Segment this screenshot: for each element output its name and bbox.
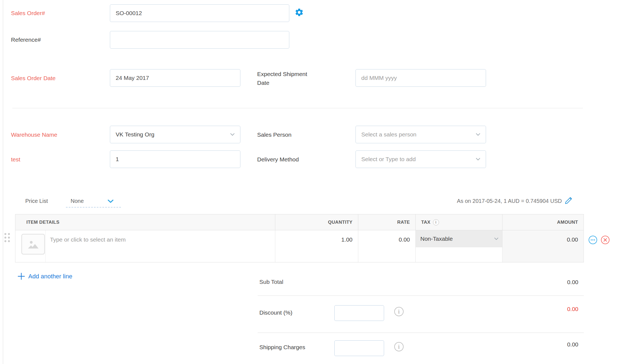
header-tax: TAX i	[416, 214, 502, 230]
row-more-options-icon[interactable]	[588, 235, 598, 245]
discount-info-icon[interactable]: i	[394, 307, 404, 316]
tax-select-value: Non-Taxable	[420, 236, 453, 242]
left-panel-divider	[3, 0, 3, 364]
amount-cell: 0.00	[502, 230, 584, 262]
section-divider	[12, 108, 583, 108]
sales-person-label: Sales Person	[257, 131, 291, 138]
row-delete-icon[interactable]	[601, 235, 610, 245]
sales-order-date-input[interactable]	[110, 69, 240, 87]
amount-value: 0.00	[502, 230, 584, 243]
sales-person-select[interactable]: Select a sales person	[356, 126, 486, 143]
sales-order-number-input[interactable]	[110, 4, 289, 22]
header-quantity: QUANTITY	[275, 214, 358, 230]
reference-number-input[interactable]	[110, 31, 289, 49]
tax-select[interactable]: Non-Taxable	[416, 230, 502, 247]
sales-order-date-label: Sales Order Date	[11, 74, 55, 82]
quantity-cell[interactable]: 1.00	[275, 230, 358, 262]
delivery-method-select[interactable]: Select or Type to add	[356, 150, 486, 168]
summary-divider	[258, 332, 584, 333]
discount-value: 0.00	[567, 306, 578, 312]
test-field-label: test	[11, 156, 20, 163]
discount-label: Discount (%)	[259, 309, 292, 316]
chevron-down-icon	[476, 133, 480, 136]
edit-pencil-icon[interactable]	[564, 195, 574, 205]
price-list-value: None	[71, 198, 84, 204]
shipping-info-icon[interactable]: i	[394, 342, 404, 351]
sub-total-value: 0.00	[567, 279, 578, 285]
item-image-placeholder-icon[interactable]	[21, 234, 45, 254]
items-table-header: ITEM DETAILS QUANTITY RATE TAX i AMOUNT	[15, 214, 584, 230]
item-row: Type or click to select an item 1.00 0.0…	[15, 230, 584, 262]
delivery-method-select-placeholder: Select or Type to add	[361, 156, 416, 163]
summary-divider	[258, 295, 584, 296]
header-amount-text: AMOUNT	[557, 220, 578, 225]
warehouse-name-label: Warehouse Name	[11, 131, 57, 138]
sales-order-form: Sales Order# Reference# Sales Order Date…	[0, 0, 622, 364]
header-rate-text: RATE	[397, 220, 410, 225]
warehouse-select-value: VK Testing Org	[116, 131, 154, 138]
chevron-down-icon	[476, 158, 480, 161]
discount-input[interactable]	[334, 305, 384, 321]
tax-cell: Non-Taxable	[416, 230, 502, 262]
sub-total-label: Sub Total	[259, 279, 283, 285]
gear-icon[interactable]	[295, 8, 304, 17]
tax-info-icon[interactable]: i	[433, 219, 439, 225]
rate-cell[interactable]: 0.00	[358, 230, 416, 262]
item-details-cell: Type or click to select an item	[15, 230, 275, 262]
header-item-details: ITEM DETAILS	[15, 214, 275, 230]
chevron-down-icon	[108, 200, 113, 203]
shipping-charges-value: 0.00	[567, 341, 578, 348]
plus-icon	[18, 273, 25, 280]
price-list-label: Price List	[25, 198, 48, 204]
shipping-charges-input[interactable]	[334, 340, 384, 356]
price-list-select[interactable]: None	[66, 196, 122, 207]
shipping-charges-label: Shipping Charges	[259, 344, 305, 351]
add-another-line-button[interactable]: Add another line	[18, 273, 72, 280]
expected-shipment-date-label-line2: Date	[257, 80, 269, 86]
chevron-down-icon	[230, 133, 235, 136]
header-tax-text: TAX	[421, 220, 431, 225]
warehouse-select[interactable]: VK Testing Org	[110, 126, 240, 143]
header-item-details-text: ITEM DETAILS	[26, 220, 59, 225]
chevron-down-icon	[494, 237, 498, 240]
expected-shipment-date-label: Expected Shipment Date	[257, 70, 334, 87]
delivery-method-label: Delivery Method	[257, 156, 299, 163]
exchange-rate-note: As on 2017-05-24, 1 AUD = 0.745904 USD	[457, 198, 562, 204]
header-quantity-text: QUANTITY	[328, 220, 352, 225]
header-rate: RATE	[358, 214, 416, 230]
row-drag-handle[interactable]	[4, 233, 12, 246]
price-list-underline	[66, 207, 121, 208]
items-table: ITEM DETAILS QUANTITY RATE TAX i AMOUNT …	[15, 214, 584, 262]
add-another-line-label: Add another line	[28, 273, 72, 280]
test-field-input[interactable]	[110, 150, 240, 168]
reference-number-label: Reference#	[11, 36, 41, 43]
sales-order-number-label: Sales Order#	[11, 9, 45, 17]
header-amount: AMOUNT	[502, 214, 584, 230]
sales-person-select-placeholder: Select a sales person	[361, 131, 416, 138]
item-image-cell	[15, 230, 46, 262]
expected-shipment-date-input[interactable]	[356, 69, 486, 87]
expected-shipment-date-label-line1: Expected Shipment	[257, 71, 307, 77]
item-select-input[interactable]: Type or click to select an item	[46, 230, 126, 262]
